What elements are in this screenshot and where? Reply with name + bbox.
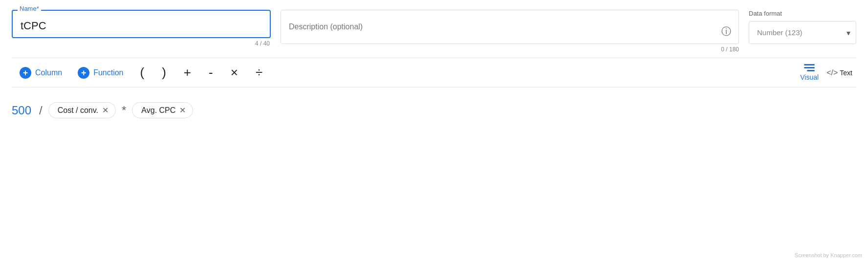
close-paren-button[interactable]: ) [153,62,175,83]
formula-row: 500 / Cost / conv. ✕ * Avg. CPC ✕ [12,87,856,128]
multiply-operator-button[interactable]: × [222,62,247,83]
chip-1-label: Cost / conv. [58,106,98,115]
chip-1-close-icon[interactable]: ✕ [102,106,108,115]
chip-2-close-icon[interactable]: ✕ [179,106,186,115]
function-plus-icon: + [78,67,89,79]
view-toggle: Visual </> Text [800,64,856,81]
visual-icon-line3 [807,70,815,71]
description-char-count: 0 / 180 [281,46,739,53]
visual-view-button[interactable]: Visual [800,64,819,81]
data-format-select-container[interactable]: Number (123) Percent (%) Text Currency ▾ [749,21,856,44]
visual-icon-line2 [804,67,815,68]
name-label: Name* [18,5,41,12]
chip-2-label: Avg. CPC [141,106,175,115]
divide-operator-button[interactable]: ÷ [247,62,271,83]
text-view-button[interactable]: </> Text [826,68,852,77]
column-label: Column [35,68,62,77]
help-icon[interactable]: ⓘ [721,25,731,38]
name-input[interactable] [12,10,271,38]
function-label: Function [93,68,123,77]
add-column-button[interactable]: + Column [12,64,70,82]
visual-icon [804,64,815,71]
data-format-label: Data format [749,10,856,17]
visual-label: Visual [800,73,819,81]
formula-chip-2[interactable]: Avg. CPC ✕ [132,102,193,118]
data-format-wrapper: Data format Number (123) Percent (%) Tex… [749,10,856,44]
open-paren-button[interactable]: ( [131,62,153,83]
formula-chip-1[interactable]: Cost / conv. ✕ [48,102,116,118]
formula-operator1: / [39,104,43,117]
formula-operator2: * [122,104,126,117]
minus-operator-button[interactable]: - [200,62,222,83]
visual-icon-line1 [804,64,815,66]
formula-number: 500 [12,104,31,117]
text-label: Text [840,69,852,77]
name-char-count: 4 / 40 [12,40,271,47]
data-format-select[interactable]: Number (123) Percent (%) Text Currency [749,21,856,44]
description-input[interactable] [281,10,739,44]
add-function-button[interactable]: + Function [70,64,131,82]
screenshot-credit: Screenshot by Knapper.com [795,252,862,258]
name-field-wrapper: Name* 4 / 40 [12,10,271,47]
description-field-wrapper: ⓘ 0 / 180 [281,10,739,53]
top-row: Name* 4 / 40 ⓘ 0 / 180 Data format Numbe… [12,10,856,53]
toolbar-row: + Column + Function ( ) + - × ÷ Visual [12,58,856,87]
column-plus-icon: + [20,67,31,79]
code-icon: </> [826,68,838,77]
plus-operator-button[interactable]: + [175,62,200,83]
